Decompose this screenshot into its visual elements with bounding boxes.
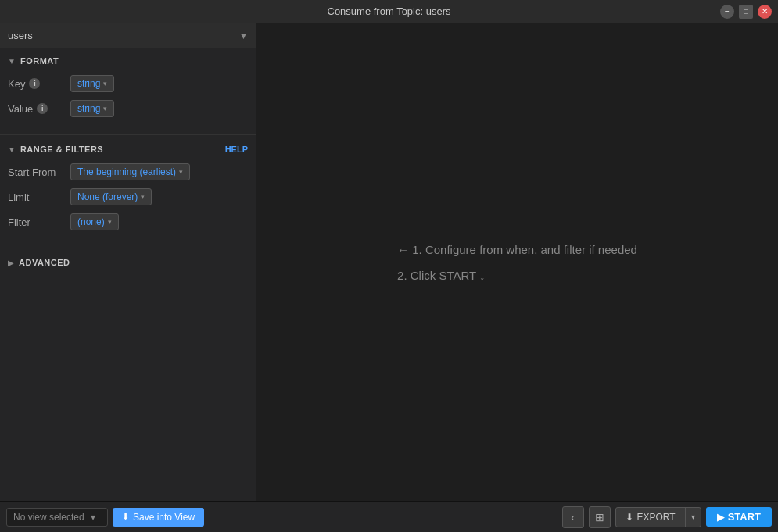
filter-row: Filter (none) ▾ [8, 213, 248, 230]
section-divider-2 [0, 248, 256, 248]
instructions: ← 1. Configure from when, and filter if … [397, 237, 637, 288]
limit-dropdown[interactable]: None (forever) ▾ [70, 188, 152, 205]
main-layout: users ▼ ▼ FORMAT Key i string ▾ [0, 23, 778, 501]
key-info-icon[interactable]: i [29, 78, 40, 89]
bottom-right-controls: ‹ ⊞ ⬇ EXPORT ▾ ▶ START [562, 506, 773, 528]
save-icon: ⬇ [122, 512, 129, 522]
layout-icon: ⊞ [595, 511, 604, 523]
minimize-button[interactable]: − [720, 5, 734, 19]
instruction-step-2: 2. Click START ↓ [397, 262, 637, 288]
save-into-view-button[interactable]: ⬇ Save into View [113, 508, 204, 527]
start-from-arrow-icon: ▾ [179, 168, 183, 176]
advanced-chevron-icon: ▶ [8, 259, 14, 267]
right-panel: ← 1. Configure from when, and filter if … [256, 23, 778, 501]
range-filters-section-header[interactable]: ▼ RANGE & FILTERS HELP [0, 137, 256, 160]
instruction-step-1: ← 1. Configure from when, and filter if … [397, 237, 637, 262]
filter-arrow-icon: ▾ [108, 218, 112, 226]
filter-dropdown[interactable]: (none) ▾ [70, 213, 119, 230]
start-from-value: The beginning (earliest) [77, 166, 176, 177]
nav-prev-button[interactable]: ‹ [562, 506, 584, 528]
export-dropdown-button[interactable]: ▾ [686, 509, 701, 525]
value-format-dropdown[interactable]: string ▾ [70, 100, 114, 117]
key-label: Key i [8, 78, 70, 90]
range-help-button[interactable]: HELP [225, 145, 248, 154]
topic-selector-arrow-icon: ▼ [239, 31, 248, 41]
export-label: EXPORT [637, 512, 676, 523]
maximize-button[interactable]: □ [739, 5, 753, 19]
range-filters-section-title: RANGE & FILTERS [20, 145, 103, 154]
export-button[interactable]: ⬇ EXPORT ▾ [615, 507, 701, 527]
view-selector-arrow-icon: ▾ [91, 512, 95, 523]
format-section-body: Key i string ▾ Value i string ▾ [0, 72, 256, 133]
filter-value: (none) [77, 216, 105, 227]
filter-label: Filter [8, 216, 70, 228]
export-arrow-icon: ▾ [691, 512, 695, 521]
save-btn-label: Save into View [133, 512, 195, 523]
start-icon: ▶ [717, 512, 724, 523]
key-dropdown-arrow-icon: ▾ [103, 80, 107, 87]
section-divider-1 [0, 134, 256, 135]
nav-prev-icon: ‹ [571, 511, 575, 523]
limit-row: Limit None (forever) ▾ [8, 188, 248, 205]
view-selector-text: No view selected [13, 512, 84, 523]
start-from-label: Start From [8, 166, 70, 178]
left-panel: users ▼ ▼ FORMAT Key i string ▾ [0, 23, 256, 501]
start-button[interactable]: ▶ START [706, 507, 772, 527]
export-icon: ⬇ [626, 512, 633, 523]
value-label: Value i [8, 103, 70, 115]
key-format-dropdown[interactable]: string ▾ [70, 75, 114, 92]
limit-label: Limit [8, 191, 70, 203]
limit-value: None (forever) [77, 191, 138, 202]
start-from-row: Start From The beginning (earliest) ▾ [8, 163, 248, 180]
value-dropdown-arrow-icon: ▾ [103, 105, 107, 112]
range-chevron-icon: ▼ [8, 145, 16, 154]
format-section-title: FORMAT [20, 56, 59, 66]
window-title: Consume from Topic: users [328, 5, 451, 17]
value-info-icon[interactable]: i [37, 103, 48, 114]
advanced-section-header[interactable]: ▶ ADVANCED [0, 250, 256, 273]
title-bar: Consume from Topic: users − □ ✕ [0, 0, 778, 23]
format-section-header[interactable]: ▼ FORMAT [0, 48, 256, 72]
start-label: START [728, 511, 761, 523]
value-row: Value i string ▾ [8, 100, 248, 117]
format-chevron-icon: ▼ [8, 57, 16, 66]
advanced-section-title: ADVANCED [19, 258, 70, 267]
limit-arrow-icon: ▾ [141, 193, 145, 201]
export-main[interactable]: ⬇ EXPORT [616, 508, 686, 527]
start-from-dropdown[interactable]: The beginning (earliest) ▾ [70, 163, 190, 180]
bottom-bar: No view selected ▾ ⬇ Save into View ‹ ⊞ … [0, 501, 778, 532]
layout-button[interactable]: ⊞ [589, 506, 611, 528]
topic-selector[interactable]: users ▼ [0, 23, 256, 48]
value-format-value: string [77, 103, 100, 114]
view-selector[interactable]: No view selected ▾ [6, 508, 108, 527]
range-filters-section-body: Start From The beginning (earliest) ▾ Li… [0, 160, 256, 246]
key-row: Key i string ▾ [8, 75, 248, 92]
key-format-value: string [77, 78, 100, 89]
topic-selector-value: users [8, 30, 33, 41]
window-controls: − □ ✕ [720, 5, 772, 19]
close-button[interactable]: ✕ [758, 5, 772, 19]
